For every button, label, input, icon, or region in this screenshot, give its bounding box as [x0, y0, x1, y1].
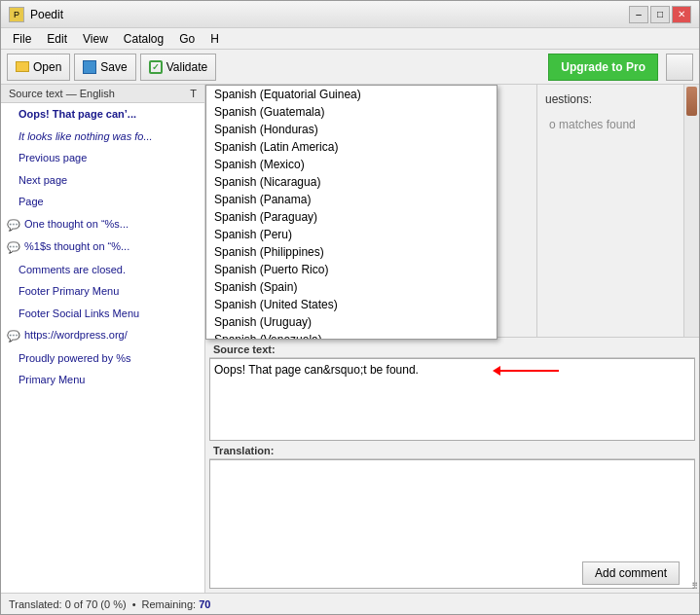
remaining-label: Remaining: — [142, 598, 197, 610]
dropdown-item[interactable]: Spanish (Paraguay) — [206, 208, 497, 226]
upgrade-button[interactable]: Upgrade to Pro — [548, 54, 658, 81]
menu-edit[interactable]: Edit — [39, 30, 75, 48]
dropdown-item[interactable]: Spanish (Guatemala) — [206, 103, 497, 121]
status-separator: • — [132, 598, 136, 610]
app-icon: P — [9, 7, 24, 22]
list-item[interactable]: Footer Primary Menu — [1, 280, 204, 303]
comment-icon: 💬 — [7, 217, 20, 234]
status-bar: Translated: 0 of 70 (0 %) • Remaining: 7… — [1, 593, 699, 614]
list-item[interactable]: Next page — [1, 169, 204, 192]
dropdown-item[interactable]: Spanish (Puerto Rico) — [206, 261, 497, 278]
source-text-display: Oops! That page can&rsquo;t be found. — [209, 358, 695, 441]
arrow-head — [493, 366, 500, 376]
validate-icon: ✓ — [149, 60, 163, 74]
toggle-button[interactable] — [666, 54, 693, 81]
dropdown-items[interactable]: Spanish (Equatorial Guinea) Spanish (Gua… — [206, 86, 497, 339]
menu-view[interactable]: View — [75, 30, 116, 48]
translation-header: Translation: — [209, 443, 695, 459]
dropdown-item[interactable]: Spanish (Philippines) — [206, 243, 497, 261]
suggestions-panel: uestions: o matches found — [536, 85, 699, 337]
scroll-thumb[interactable] — [686, 87, 697, 116]
link-icon: 💬 — [7, 328, 20, 344]
right-panel: Spanish (Equatorial Guinea) Spanish (Gua… — [205, 85, 699, 593]
menu-help[interactable]: H — [203, 30, 227, 48]
validate-button[interactable]: ✓ Validate — [140, 54, 216, 81]
save-icon — [83, 60, 96, 74]
left-panel-header: Source text — English T — [1, 85, 204, 103]
dropdown-item[interactable]: Spanish (Honduras) — [206, 121, 497, 138]
editor-area: Source text: Oops! That page can&rsquo;t… — [205, 338, 699, 593]
list-item[interactable]: 💬 %1$s thought on “%... — [1, 235, 204, 259]
dropdown-item[interactable]: Spanish (Spain) — [206, 278, 497, 296]
folder-icon — [16, 61, 29, 72]
dropdown-item[interactable]: Spanish (Panama) — [206, 191, 497, 208]
source-text-header: Source text: — [209, 342, 695, 358]
menu-catalog[interactable]: Catalog — [116, 30, 171, 48]
resize-handle[interactable] — [687, 581, 699, 593]
list-item[interactable]: Previous page — [1, 147, 204, 169]
arrow-indicator — [495, 366, 559, 376]
arrow-line — [500, 370, 559, 372]
list-item[interactable]: 💬 https://wordpress.org/ — [1, 324, 204, 347]
list-item[interactable]: Primary Menu — [1, 369, 204, 391]
left-panel: Source text — English T Oops! That page … — [1, 85, 205, 593]
add-comment-button[interactable]: Add comment — [582, 561, 680, 585]
list-item[interactable]: Oops! That page can’... — [1, 103, 204, 126]
list-item[interactable]: It looks like nothing was fo... — [1, 126, 204, 148]
main-content: Source text — English T Oops! That page … — [1, 85, 699, 593]
close-button[interactable]: ✕ — [672, 6, 691, 23]
no-matches-text: o matches found — [545, 114, 691, 135]
dropdown-item[interactable]: Spanish (Equatorial Guinea) — [206, 86, 497, 103]
dropdown-item[interactable]: Spanish (Nicaragua) — [206, 173, 497, 191]
app-window: P Poedit – □ ✕ File Edit View Catalog Go… — [0, 0, 700, 615]
dropdown-item[interactable]: Spanish (United States) — [206, 296, 497, 313]
right-scrollbar[interactable] — [683, 85, 699, 337]
toolbar: Open Save ✓ Validate Upgrade to Pro — [1, 50, 699, 85]
remaining-value: 70 — [199, 598, 210, 610]
dropdown-item[interactable]: Spanish (Mexico) — [206, 156, 497, 173]
menu-go[interactable]: Go — [171, 30, 203, 48]
title-bar-left: P Poedit — [9, 7, 63, 22]
suggestions-label: uestions: — [545, 92, 691, 106]
save-button[interactable]: Save — [74, 54, 135, 81]
list-item[interactable]: Proudly powered by %s — [1, 347, 204, 370]
list-item[interactable]: 💬 One thought on “%s... — [1, 213, 204, 236]
dropdown-list: Spanish (Equatorial Guinea) Spanish (Gua… — [205, 85, 497, 340]
list-item[interactable]: Footer Social Links Menu — [1, 303, 204, 325]
translated-status: Translated: 0 of 70 (0 %) — [9, 598, 127, 610]
app-title: Poedit — [30, 8, 63, 21]
right-top-area: Spanish (Equatorial Guinea) Spanish (Gua… — [205, 85, 699, 338]
comment-icon: 💬 — [7, 239, 20, 256]
dropdown-item[interactable]: Spanish (Latin America) — [206, 138, 497, 156]
title-bar-controls: – □ ✕ — [629, 6, 691, 23]
dropdown-item[interactable]: Spanish (Venezuela) — [206, 331, 497, 339]
open-button[interactable]: Open — [7, 54, 70, 81]
dropdown-item[interactable]: Spanish (Uruguay) — [206, 313, 497, 331]
list-item[interactable]: Page — [1, 191, 204, 213]
minimize-button[interactable]: – — [629, 6, 648, 23]
menu-file[interactable]: File — [5, 30, 39, 48]
maximize-button[interactable]: □ — [650, 6, 670, 23]
list-item[interactable]: Comments are closed. — [1, 259, 204, 281]
menu-bar: File Edit View Catalog Go H — [1, 28, 699, 50]
title-bar: P Poedit – □ ✕ — [1, 1, 699, 28]
dropdown-item[interactable]: Spanish (Peru) — [206, 226, 497, 243]
